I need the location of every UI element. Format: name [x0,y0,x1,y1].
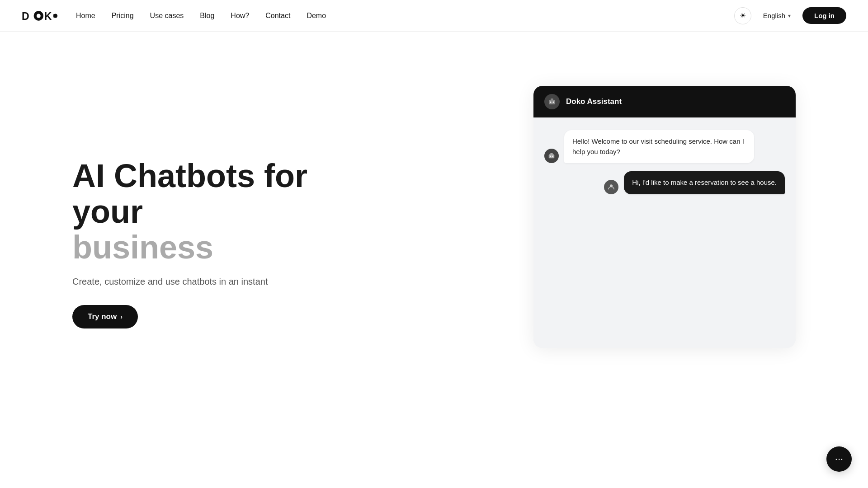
chat-bot-avatar [544,94,560,109]
arrow-icon: › [120,313,123,320]
hero-left: AI Chatbots for your business Create, cu… [72,77,353,328]
nav-right: ☀ English ▾ Log in [734,7,846,24]
svg-point-9 [553,102,554,103]
svg-rect-10 [549,154,554,158]
nav-item-how[interactable]: How? [231,12,249,20]
chat-window: Doko Assistant Hello! Welcome to our vis… [533,86,796,348]
nav-left: D K Home Pricing Use cases Blog How? Con… [22,9,326,23]
language-selector[interactable]: English ▾ [759,9,795,22]
chat-body: Hello! Welcome to our visit scheduling s… [533,117,796,348]
user-message-avatar [604,180,618,194]
floating-chat-button[interactable]: ··· [826,446,852,472]
hero-right: Doko Assistant Hello! Welcome to our vis… [533,77,796,348]
chevron-down-icon: ▾ [788,13,791,19]
svg-text:K: K [44,10,52,22]
bot-message-avatar [544,149,559,163]
nav-links: Home Pricing Use cases Blog How? Contact… [76,12,326,20]
svg-text:D: D [22,10,29,22]
svg-rect-6 [549,100,555,104]
bot-message-bubble: Hello! Welcome to our visit scheduling s… [564,130,754,163]
nav-item-pricing[interactable]: Pricing [112,12,134,20]
nav-item-blog[interactable]: Blog [200,12,214,20]
login-button[interactable]: Log in [802,7,846,24]
svg-rect-7 [551,99,553,100]
nav-item-home[interactable]: Home [76,12,95,20]
floating-chat-icon: ··· [835,453,843,465]
nav-item-use-cases[interactable]: Use cases [150,12,184,20]
hero-title: AI Chatbots for your business [72,158,353,266]
bot-message-row: Hello! Welcome to our visit scheduling s… [544,130,785,163]
navbar: D K Home Pricing Use cases Blog How? Con… [0,0,868,32]
hero-title-line2: business [72,229,213,265]
user-message-bubble: Hi, I'd like to make a reservation to se… [624,171,785,194]
hero-section: AI Chatbots for your business Create, cu… [0,32,868,488]
try-now-label: Try now [88,312,117,321]
svg-rect-11 [550,153,552,155]
svg-point-13 [552,156,553,157]
svg-rect-5 [53,14,55,17]
theme-toggle-button[interactable]: ☀ [734,7,751,24]
nav-item-demo[interactable]: Demo [307,12,326,20]
svg-point-2 [37,14,41,18]
chat-title: Doko Assistant [566,97,622,106]
svg-point-12 [550,156,551,157]
chat-header: Doko Assistant [533,86,796,117]
hero-subtitle: Create, customize and use chatbots in an… [72,277,353,287]
logo[interactable]: D K [22,9,58,23]
try-now-button[interactable]: Try now › [72,305,138,328]
user-message-row: Hi, I'd like to make a reservation to se… [544,171,785,194]
svg-point-8 [550,102,552,103]
sun-icon: ☀ [740,11,746,20]
nav-item-contact[interactable]: Contact [265,12,290,20]
hero-title-line1: AI Chatbots for your [72,158,307,230]
language-label: English [763,12,785,19]
